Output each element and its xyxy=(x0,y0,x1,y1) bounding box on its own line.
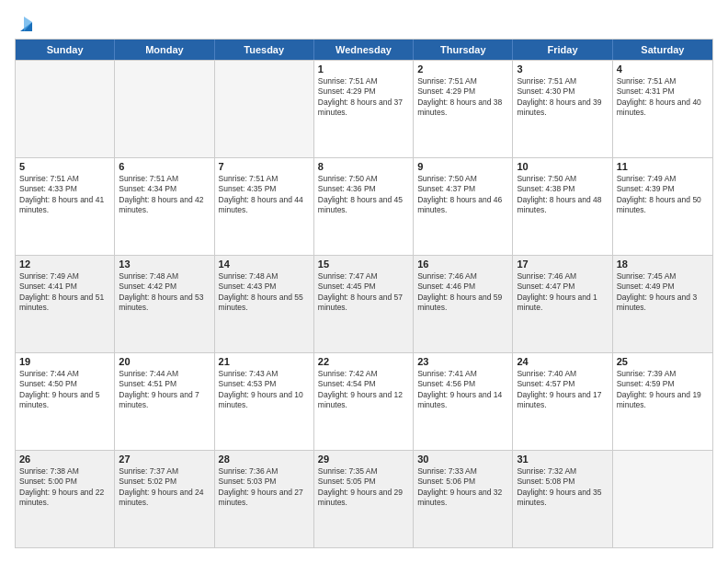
calendar-cell-16: 16Sunrise: 7:46 AM Sunset: 4:46 PM Dayli… xyxy=(414,256,513,352)
day-number: 12 xyxy=(19,259,110,270)
cell-text: Sunrise: 7:33 AM Sunset: 5:06 PM Dayligh… xyxy=(417,466,508,509)
calendar-cell-14: 14Sunrise: 7:48 AM Sunset: 4:43 PM Dayli… xyxy=(215,256,314,352)
cell-text: Sunrise: 7:50 AM Sunset: 4:37 PM Dayligh… xyxy=(417,174,508,216)
calendar: SundayMondayTuesdayWednesdayThursdayFrid… xyxy=(15,39,713,548)
calendar-cell-17: 17Sunrise: 7:46 AM Sunset: 4:47 PM Dayli… xyxy=(513,256,612,352)
header-cell-thursday: Thursday xyxy=(414,40,513,60)
header-cell-saturday: Saturday xyxy=(613,40,712,60)
header-cell-wednesday: Wednesday xyxy=(314,40,414,60)
calendar-cell-empty-0-2 xyxy=(215,61,314,157)
header-cell-tuesday: Tuesday xyxy=(215,40,314,60)
calendar-cell-28: 28Sunrise: 7:36 AM Sunset: 5:03 PM Dayli… xyxy=(215,451,314,547)
cell-text: Sunrise: 7:51 AM Sunset: 4:29 PM Dayligh… xyxy=(318,76,409,119)
day-number: 31 xyxy=(517,454,608,465)
day-number: 21 xyxy=(219,356,310,367)
day-number: 2 xyxy=(417,63,508,75)
cell-text: Sunrise: 7:44 AM Sunset: 4:51 PM Dayligh… xyxy=(119,369,210,411)
calendar-row-1: 5Sunrise: 7:51 AM Sunset: 4:33 PM Daylig… xyxy=(16,157,712,255)
day-number: 30 xyxy=(417,454,508,465)
day-number: 1 xyxy=(318,63,409,75)
cell-text: Sunrise: 7:42 AM Sunset: 4:54 PM Dayligh… xyxy=(318,369,409,411)
cell-text: Sunrise: 7:48 AM Sunset: 4:43 PM Dayligh… xyxy=(219,271,310,314)
calendar-cell-27: 27Sunrise: 7:37 AM Sunset: 5:02 PM Dayli… xyxy=(115,451,214,547)
day-number: 17 xyxy=(517,259,608,270)
day-number: 27 xyxy=(119,454,210,465)
cell-text: Sunrise: 7:38 AM Sunset: 5:00 PM Dayligh… xyxy=(19,466,110,509)
calendar-cell-11: 11Sunrise: 7:49 AM Sunset: 4:39 PM Dayli… xyxy=(613,158,712,255)
cell-text: Sunrise: 7:39 AM Sunset: 4:59 PM Dayligh… xyxy=(617,369,709,411)
calendar-cell-9: 9Sunrise: 7:50 AM Sunset: 4:37 PM Daylig… xyxy=(414,158,513,255)
calendar-cell-4: 4Sunrise: 7:51 AM Sunset: 4:31 PM Daylig… xyxy=(613,61,712,157)
cell-text: Sunrise: 7:40 AM Sunset: 4:57 PM Dayligh… xyxy=(517,369,608,411)
day-number: 7 xyxy=(219,161,310,172)
calendar-cell-10: 10Sunrise: 7:50 AM Sunset: 4:38 PM Dayli… xyxy=(513,158,612,255)
calendar-cell-8: 8Sunrise: 7:50 AM Sunset: 4:36 PM Daylig… xyxy=(314,158,414,255)
cell-text: Sunrise: 7:35 AM Sunset: 5:05 PM Dayligh… xyxy=(318,466,409,509)
calendar-cell-13: 13Sunrise: 7:48 AM Sunset: 4:42 PM Dayli… xyxy=(115,256,214,352)
day-number: 14 xyxy=(219,259,310,270)
cell-text: Sunrise: 7:49 AM Sunset: 4:41 PM Dayligh… xyxy=(19,271,110,314)
day-number: 25 xyxy=(617,356,709,367)
calendar-row-3: 19Sunrise: 7:44 AM Sunset: 4:50 PM Dayli… xyxy=(16,352,712,450)
calendar-cell-21: 21Sunrise: 7:43 AM Sunset: 4:53 PM Dayli… xyxy=(215,353,314,450)
calendar-cell-6: 6Sunrise: 7:51 AM Sunset: 4:34 PM Daylig… xyxy=(115,158,214,255)
logo-block xyxy=(15,15,33,29)
cell-text: Sunrise: 7:47 AM Sunset: 4:45 PM Dayligh… xyxy=(318,271,409,314)
cell-text: Sunrise: 7:46 AM Sunset: 4:47 PM Dayligh… xyxy=(517,271,608,314)
calendar-cell-5: 5Sunrise: 7:51 AM Sunset: 4:33 PM Daylig… xyxy=(16,158,115,255)
logo-triangle-icon xyxy=(16,15,32,33)
calendar-cell-empty-4-6 xyxy=(613,451,712,547)
header xyxy=(15,15,713,29)
calendar-cell-29: 29Sunrise: 7:35 AM Sunset: 5:05 PM Dayli… xyxy=(314,451,414,547)
day-number: 26 xyxy=(19,454,110,465)
calendar-cell-19: 19Sunrise: 7:44 AM Sunset: 4:50 PM Dayli… xyxy=(16,353,115,450)
cell-text: Sunrise: 7:51 AM Sunset: 4:35 PM Dayligh… xyxy=(219,174,310,216)
day-number: 15 xyxy=(318,259,409,270)
cell-text: Sunrise: 7:45 AM Sunset: 4:49 PM Dayligh… xyxy=(617,271,709,314)
day-number: 5 xyxy=(19,161,110,172)
cell-text: Sunrise: 7:44 AM Sunset: 4:50 PM Dayligh… xyxy=(19,369,110,411)
calendar-row-2: 12Sunrise: 7:49 AM Sunset: 4:41 PM Dayli… xyxy=(16,255,712,352)
page: SundayMondayTuesdayWednesdayThursdayFrid… xyxy=(0,0,728,563)
day-number: 20 xyxy=(119,356,210,367)
day-number: 19 xyxy=(19,356,110,367)
day-number: 13 xyxy=(119,259,210,270)
cell-text: Sunrise: 7:37 AM Sunset: 5:02 PM Dayligh… xyxy=(119,466,210,509)
day-number: 18 xyxy=(617,259,709,270)
cell-text: Sunrise: 7:51 AM Sunset: 4:33 PM Dayligh… xyxy=(19,174,110,216)
calendar-cell-18: 18Sunrise: 7:45 AM Sunset: 4:49 PM Dayli… xyxy=(613,256,712,352)
header-cell-sunday: Sunday xyxy=(16,40,115,60)
day-number: 24 xyxy=(517,356,608,367)
cell-text: Sunrise: 7:41 AM Sunset: 4:56 PM Dayligh… xyxy=(417,369,508,411)
calendar-cell-7: 7Sunrise: 7:51 AM Sunset: 4:35 PM Daylig… xyxy=(215,158,314,255)
cell-text: Sunrise: 7:51 AM Sunset: 4:34 PM Dayligh… xyxy=(119,174,210,216)
calendar-body: 1Sunrise: 7:51 AM Sunset: 4:29 PM Daylig… xyxy=(16,60,712,547)
cell-text: Sunrise: 7:48 AM Sunset: 4:42 PM Dayligh… xyxy=(119,271,210,314)
day-number: 6 xyxy=(119,161,210,172)
day-number: 9 xyxy=(417,161,508,172)
day-number: 11 xyxy=(617,161,709,172)
header-cell-monday: Monday xyxy=(115,40,214,60)
calendar-cell-empty-0-0 xyxy=(16,61,115,157)
logo xyxy=(15,15,33,29)
calendar-cell-3: 3Sunrise: 7:51 AM Sunset: 4:30 PM Daylig… xyxy=(513,61,612,157)
day-number: 28 xyxy=(219,454,310,465)
calendar-cell-1: 1Sunrise: 7:51 AM Sunset: 4:29 PM Daylig… xyxy=(314,61,414,157)
cell-text: Sunrise: 7:43 AM Sunset: 4:53 PM Dayligh… xyxy=(219,369,310,411)
calendar-cell-15: 15Sunrise: 7:47 AM Sunset: 4:45 PM Dayli… xyxy=(314,256,414,352)
day-number: 16 xyxy=(417,259,508,270)
cell-text: Sunrise: 7:49 AM Sunset: 4:39 PM Dayligh… xyxy=(617,174,709,216)
day-number: 23 xyxy=(417,356,508,367)
calendar-header: SundayMondayTuesdayWednesdayThursdayFrid… xyxy=(16,40,712,60)
cell-text: Sunrise: 7:46 AM Sunset: 4:46 PM Dayligh… xyxy=(417,271,508,314)
calendar-cell-20: 20Sunrise: 7:44 AM Sunset: 4:51 PM Dayli… xyxy=(115,353,214,450)
cell-text: Sunrise: 7:50 AM Sunset: 4:38 PM Dayligh… xyxy=(517,174,608,216)
cell-text: Sunrise: 7:32 AM Sunset: 5:08 PM Dayligh… xyxy=(517,466,608,509)
calendar-cell-25: 25Sunrise: 7:39 AM Sunset: 4:59 PM Dayli… xyxy=(613,353,712,450)
day-number: 8 xyxy=(318,161,409,172)
calendar-cell-30: 30Sunrise: 7:33 AM Sunset: 5:06 PM Dayli… xyxy=(414,451,513,547)
calendar-cell-24: 24Sunrise: 7:40 AM Sunset: 4:57 PM Dayli… xyxy=(513,353,612,450)
day-number: 29 xyxy=(318,454,409,465)
cell-text: Sunrise: 7:51 AM Sunset: 4:30 PM Dayligh… xyxy=(517,76,608,119)
cell-text: Sunrise: 7:51 AM Sunset: 4:29 PM Dayligh… xyxy=(417,76,508,119)
